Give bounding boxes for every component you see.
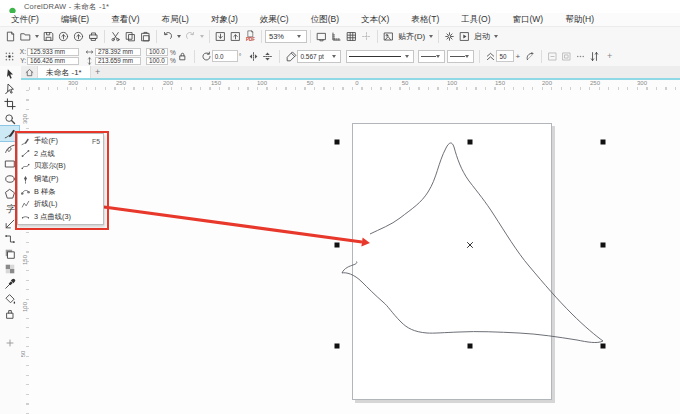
percent-label: % [170, 49, 176, 56]
flyout-item-2point-line[interactable]: 2 点线 [18, 148, 103, 161]
connector-tool[interactable] [0, 231, 19, 246]
object-order-icon[interactable] [589, 51, 600, 62]
zoom-tool-icon [4, 113, 16, 125]
menu-bitmaps[interactable]: 位图(B) [300, 14, 350, 26]
menu-file[interactable]: 文件(F) [0, 14, 50, 26]
smart-fill-tool[interactable] [0, 306, 19, 321]
scale-y-input[interactable]: 100.0 [146, 57, 168, 65]
weld-icon[interactable] [547, 51, 558, 62]
home-icon [25, 68, 34, 77]
launch-button[interactable] [457, 29, 472, 44]
launch-label[interactable]: 启动 [474, 31, 490, 42]
show-grid-button[interactable] [344, 29, 359, 44]
open-button[interactable] [18, 29, 33, 44]
line-style-combo[interactable] [346, 50, 414, 63]
x-position-input[interactable]: 125.933 mm [27, 48, 79, 56]
ruler-number: 0 [355, 80, 358, 86]
ellipse-tool-icon [4, 173, 16, 185]
options-button[interactable] [442, 29, 457, 44]
y-position-input[interactable]: 166.426 mm [27, 57, 79, 65]
smoothing-increase[interactable]: + [515, 52, 520, 61]
pick-tool[interactable] [0, 66, 19, 81]
home-tab[interactable] [21, 66, 37, 78]
full-screen-preview-button[interactable] [314, 29, 329, 44]
redo-icon [185, 31, 196, 42]
interactive-fill-icon [4, 293, 16, 305]
color-eyedropper-tool[interactable] [0, 276, 19, 291]
end-arrowhead-combo[interactable] [447, 50, 474, 63]
flyout-item-bezier[interactable]: 贝塞尔(B) [18, 160, 103, 173]
import-button[interactable] [213, 29, 228, 44]
menu-view[interactable]: 查看(V) [100, 14, 150, 26]
redo-dropdown[interactable] [200, 35, 204, 38]
zoom-tool[interactable] [0, 111, 19, 126]
flyout-item-freehand[interactable]: 手绘(F) F5 [18, 135, 103, 148]
interactive-fill-tool[interactable] [0, 291, 19, 306]
curve-tools-flyout: 手绘(F) F5 2 点线 贝塞尔(B) 钢笔(P) B 样条 折线(L) 3 … [17, 133, 104, 225]
transparency-tool[interactable] [0, 261, 19, 276]
shape-tool[interactable] [0, 81, 19, 96]
ruler-number: 50 [402, 80, 409, 86]
image-adjust-button[interactable] [381, 29, 396, 44]
launch-dropdown[interactable] [494, 35, 498, 38]
snap-to-dropdown[interactable] [429, 35, 433, 38]
export-button[interactable] [228, 29, 243, 44]
menu-table[interactable]: 表格(T) [400, 14, 450, 26]
customize-plus[interactable]: + [607, 51, 612, 61]
new-document-button[interactable] [3, 29, 18, 44]
new-tab-button[interactable]: + [91, 66, 105, 78]
outline-width-combo[interactable]: 0.567 pt [297, 50, 341, 63]
copy-button[interactable] [123, 29, 138, 44]
menu-layout[interactable]: 布局(L) [151, 14, 200, 26]
mirror-horizontal-icon[interactable] [248, 51, 259, 62]
open-from-cloud-button[interactable] [71, 29, 86, 44]
start-arrowhead-dropdown [436, 55, 440, 58]
publish-pdf-button[interactable]: PDF [243, 29, 258, 44]
undo-dropdown[interactable] [177, 35, 181, 38]
add-tools-button[interactable] [0, 335, 19, 350]
zoom-level-combo[interactable]: 53% [265, 30, 307, 43]
print-button[interactable] [86, 29, 101, 44]
menu-text[interactable]: 文本(X) [350, 14, 400, 26]
object-width-input[interactable]: 278.392 mm [95, 48, 141, 56]
polygon-tool-icon [4, 188, 16, 200]
drop-shadow-tool[interactable] [0, 246, 19, 261]
object-height-input[interactable]: 213.659 mm [95, 57, 141, 65]
menu-effects[interactable]: 效果(C) [249, 14, 300, 26]
crop-tool[interactable] [0, 96, 19, 111]
drawing-workspace[interactable] [29, 90, 680, 414]
show-rulers-button[interactable] [329, 29, 344, 44]
undo-button[interactable] [160, 29, 175, 44]
border-icon[interactable] [561, 51, 572, 62]
freehand-tool-icon [4, 128, 16, 140]
menu-edit[interactable]: 编辑(E) [50, 14, 100, 26]
lock-ratio-icon[interactable] [177, 51, 188, 62]
reduce-nodes-icon[interactable] [575, 51, 586, 62]
start-arrowhead-preview [421, 56, 436, 57]
snap-to-label[interactable]: 贴齐(D) [398, 31, 425, 42]
save-button[interactable] [41, 29, 56, 44]
close-curve-icon[interactable] [525, 51, 536, 62]
document-tab-active[interactable]: 未命名 -1* [37, 66, 91, 78]
mirror-vertical-icon[interactable] [262, 51, 273, 62]
menu-object[interactable]: 对象(J) [200, 14, 249, 26]
redo-button[interactable] [183, 29, 198, 44]
flyout-item-polyline[interactable]: 折线(L) [18, 198, 103, 211]
ruler-number: 100 [22, 302, 28, 312]
flyout-item-pen[interactable]: 钢笔(P) [18, 173, 103, 186]
menu-tools[interactable]: 工具(O) [450, 14, 501, 26]
flyout-item-3point-curve[interactable]: 3 点曲线(3) [18, 211, 103, 224]
scale-x-input[interactable]: 100.0 [146, 48, 168, 56]
show-guidelines-button[interactable] [359, 29, 374, 44]
start-arrowhead-combo[interactable] [418, 50, 445, 63]
open-dropdown[interactable] [35, 35, 39, 38]
cut-button[interactable] [108, 29, 123, 44]
rotation-icon [201, 51, 212, 62]
paste-button[interactable] [138, 29, 153, 44]
rotation-input[interactable]: 0.0 [212, 50, 238, 62]
save-to-cloud-button[interactable] [56, 29, 71, 44]
flyout-item-bspline[interactable]: B 样条 [18, 185, 103, 198]
smoothing-input[interactable]: 50 [496, 50, 514, 62]
menu-window[interactable]: 窗口(W) [502, 14, 555, 26]
menu-help[interactable]: 帮助(H) [554, 14, 605, 26]
